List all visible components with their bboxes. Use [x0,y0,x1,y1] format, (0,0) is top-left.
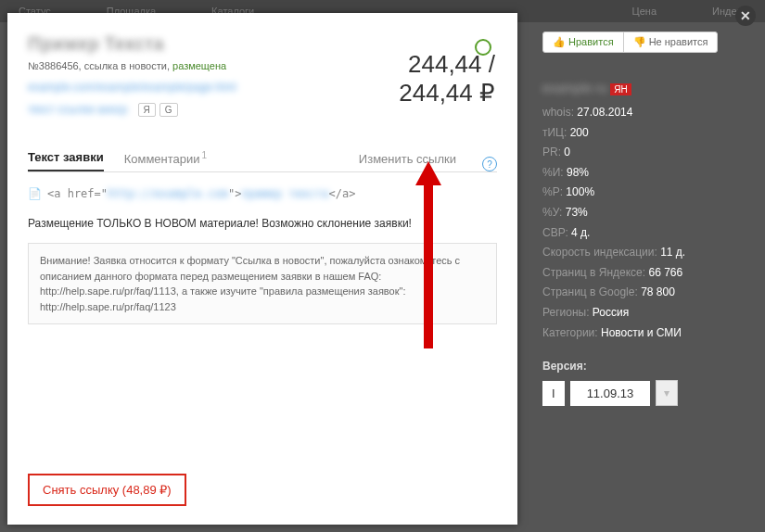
tab-change-links[interactable]: Изменить ссылки [359,146,456,171]
version-label: Версия: [542,360,745,373]
yandex-chip[interactable]: Я [138,103,156,117]
yan-badge: ЯН [610,83,631,95]
regions-label: Регионы: [542,306,590,319]
regions-value: Россия [593,306,629,319]
request-id: №3886456, [28,60,84,71]
tab-comments[interactable]: Комментарии1 [124,145,207,171]
price-block: 244,44 / 244,44 ₽ [399,50,495,108]
link-type: ссылка в новости, [84,60,172,71]
tic-value: 200 [570,126,589,139]
code-mid: "> [228,187,241,200]
remove-link-button[interactable]: Снять ссылку (48,89 ₽) [28,474,186,506]
code-snippet: 📄<a href="http://example.com">пример тек… [28,187,497,200]
whois-label: whois: [542,106,574,119]
categories-value: Новости и СМИ [601,326,682,339]
price-total: 244,44 ₽ [399,79,495,108]
stats-block: whois: 27.08.2014 тИЦ: 200 PR: 0 %И: 98%… [542,103,745,343]
google-chip[interactable]: G [159,103,178,117]
yandex-pages-value: 66 766 [648,266,682,279]
col-price: Цена [632,6,657,17]
status-text: размещена [172,60,226,71]
tic-label: тИЦ: [542,126,567,139]
pr-label: PR: [542,146,561,158]
idx-value: 11 д. [660,246,685,259]
pp-label: %P: [542,185,563,198]
code-open: <a href=" [47,187,108,200]
svr-value: 4 д. [571,226,590,239]
version-date: 11.09.13 [570,381,651,406]
idx-label: Скорость индексации: [542,246,657,259]
code-href: http://example.com [108,187,228,200]
code-close: </a> [328,187,355,200]
site-name: example.ru [542,81,606,95]
dislike-button[interactable]: Не нравится [624,32,718,52]
google-pages-value: 78 800 [641,285,675,298]
help-icon[interactable]: ? [482,157,497,171]
py-label: %У: [542,206,562,219]
comments-count: 1 [202,150,208,160]
tab-comments-label: Комментарии [124,152,200,166]
whois-value: 27.08.2014 [577,106,632,119]
url-text[interactable]: example.com/example/example/page.html [28,81,236,94]
copy-icon[interactable]: 📄 [28,187,42,200]
site-title-row: example.ruЯН [542,81,745,95]
yandex-pages-label: Страниц в Яндексе: [542,266,645,279]
anchor-text[interactable]: текст ссылки анкор [28,103,127,116]
pp-value: 100% [566,185,594,198]
warning-box: Внимание! Заявка относится к формату "Сс… [28,243,497,324]
side-panel: Нравится Не нравится example.ruЯН whois:… [533,22,754,415]
placement-note: Размещение ТОЛЬКО В НОВОМ материале! Воз… [28,217,497,230]
version-index: I [542,381,565,406]
categories-label: Категории: [542,326,598,339]
version-dropdown-icon[interactable]: ▾ [656,380,678,406]
modal-panel: Пример Текста №3886456, ссылка в новости… [7,13,517,525]
pi-label: %И: [542,166,564,179]
version-selector: I 11.09.13 ▾ [542,380,745,406]
tab-request-text[interactable]: Текст заявки [28,145,104,171]
like-group: Нравится Не нравится [542,32,718,53]
like-button[interactable]: Нравится [543,32,624,52]
py-value: 73% [566,206,588,219]
code-anchor: пример текста [242,187,329,200]
svr-label: СВР: [542,226,568,239]
pr-value: 0 [564,146,570,158]
price-amount: 244,44 / [399,50,495,79]
tabs-bar: Текст заявки Комментарии1 Изменить ссылк… [28,145,497,172]
pi-value: 98% [567,166,589,179]
google-pages-label: Страниц в Google: [542,285,638,298]
